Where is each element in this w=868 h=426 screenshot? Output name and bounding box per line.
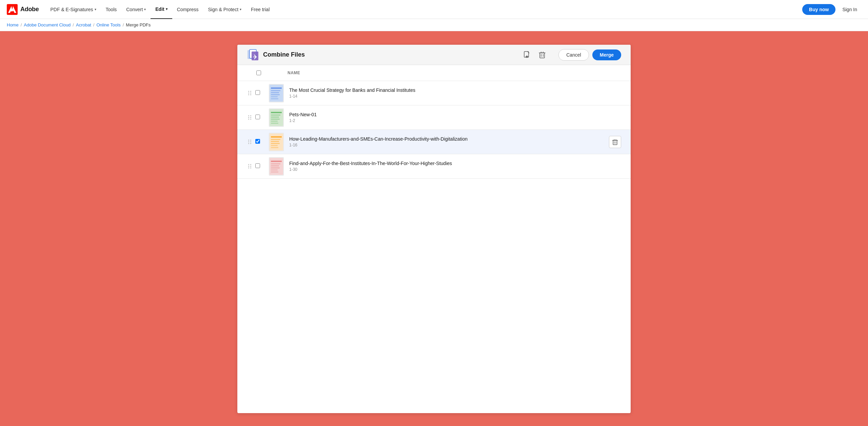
nav-item-convert[interactable]: Convert ▾ — [121, 0, 151, 19]
nav-item-sign-protect[interactable]: Sign & Protect ▾ — [203, 0, 246, 19]
cancel-button[interactable]: Cancel — [558, 49, 589, 61]
row-checkbox[interactable] — [255, 90, 260, 95]
buy-now-button[interactable]: Buy now — [802, 4, 835, 15]
file-list-header: NAME — [237, 65, 631, 81]
file-pages: 1-16 — [289, 143, 609, 147]
svg-rect-34 — [271, 147, 278, 148]
svg-rect-19 — [271, 96, 278, 97]
breadcrumb-sep-1: / — [21, 22, 22, 27]
file-thumbnail — [269, 108, 284, 127]
breadcrumb-acrobat[interactable]: Acrobat — [76, 22, 91, 27]
file-pages: 1-14 — [289, 94, 621, 99]
add-file-icon — [523, 51, 531, 59]
panel-header: Combine Files — [237, 45, 631, 65]
svg-rect-27 — [271, 123, 278, 124]
row-delete-button[interactable] — [609, 136, 621, 148]
combine-panel: Combine Files — [237, 45, 631, 413]
svg-rect-32 — [271, 143, 280, 144]
row-checkbox-container — [255, 163, 265, 169]
nav-item-sign-protect-label: Sign & Protect — [208, 7, 239, 12]
svg-rect-24 — [271, 117, 279, 118]
merge-button[interactable]: Merge — [592, 49, 621, 60]
svg-rect-22 — [271, 112, 282, 113]
file-info: The Most Crucial Strategy for Banks and … — [289, 87, 621, 99]
select-all-checkbox-container — [256, 70, 266, 75]
svg-rect-18 — [271, 94, 280, 95]
svg-rect-26 — [271, 121, 278, 122]
row-checkbox[interactable] — [255, 115, 260, 119]
row-checkbox-container — [255, 90, 265, 96]
nav-item-compress[interactable]: Compress — [172, 0, 203, 19]
trash-icon — [539, 51, 546, 59]
sign-in-button[interactable]: Sign In — [838, 7, 861, 12]
breadcrumb-sep-4: / — [123, 22, 124, 27]
breadcrumb-sep-3: / — [93, 22, 95, 27]
nav-item-pdf-signatures[interactable]: PDF & E-Signatures ▾ — [46, 0, 101, 19]
file-thumbnail — [269, 133, 284, 151]
add-file-button[interactable] — [521, 49, 533, 61]
chevron-down-icon: ▾ — [240, 7, 241, 11]
file-thumbnail — [269, 157, 284, 176]
row-checkbox-container — [255, 139, 265, 145]
svg-rect-46 — [271, 169, 278, 170]
row-checkbox[interactable] — [255, 163, 260, 168]
chevron-down-icon: ▾ — [166, 7, 167, 11]
file-list: The Most Crucial Strategy for Banks and … — [237, 81, 631, 179]
adobe-logo[interactable]: Adobe — [7, 4, 39, 15]
navbar: Adobe PDF & E-Signatures ▾ Tools Convert… — [0, 0, 868, 19]
nav-item-convert-label: Convert — [126, 7, 143, 12]
row-checkbox-container — [255, 115, 265, 121]
chevron-down-icon: ▾ — [144, 7, 146, 11]
file-thumbnail — [269, 84, 284, 102]
file-row: How-Leading-Manufacturers-and-SMEs-Can-I… — [237, 130, 631, 154]
svg-rect-42 — [271, 161, 282, 162]
svg-rect-47 — [271, 171, 278, 173]
drag-handle[interactable] — [247, 114, 253, 121]
file-pages: 1-2 — [289, 118, 621, 123]
svg-rect-17 — [271, 92, 279, 93]
panel-actions: Cancel Merge — [558, 49, 621, 61]
nav-items: PDF & E-Signatures ▾ Tools Convert ▾ Edi… — [46, 0, 801, 19]
breadcrumb-current: Merge PDFs — [126, 22, 151, 27]
nav-item-tools-label: Tools — [106, 7, 117, 12]
nav-item-compress-label: Compress — [177, 7, 199, 12]
svg-rect-31 — [271, 141, 279, 142]
svg-rect-43 — [271, 163, 280, 164]
file-pages: 1-30 — [289, 167, 621, 172]
file-name: Pets-New-01 — [289, 112, 621, 117]
svg-rect-8 — [540, 53, 545, 58]
delete-button[interactable] — [537, 49, 548, 61]
nav-item-edit-label: Edit — [155, 6, 164, 12]
svg-rect-16 — [271, 90, 280, 91]
nav-item-tools[interactable]: Tools — [101, 0, 122, 19]
svg-rect-44 — [271, 165, 279, 166]
select-all-checkbox[interactable] — [256, 70, 261, 75]
main-content: Combine Files — [0, 31, 868, 426]
file-info: Pets-New-01 1-2 — [289, 112, 621, 123]
svg-rect-25 — [271, 119, 280, 120]
adobe-brand-text: Adobe — [20, 6, 39, 13]
breadcrumb-home[interactable]: Home — [7, 22, 19, 27]
file-row: The Most Crucial Strategy for Banks and … — [237, 81, 631, 105]
file-info: How-Leading-Manufacturers-and-SMEs-Can-I… — [289, 136, 609, 147]
drag-handle[interactable] — [247, 89, 253, 97]
chevron-down-icon: ▾ — [95, 7, 96, 11]
file-name: How-Leading-Manufacturers-and-SMEs-Can-I… — [289, 136, 609, 142]
file-info: Find-and-Apply-For-the-Best-Institutes-I… — [289, 161, 621, 172]
svg-rect-30 — [271, 139, 280, 140]
nav-item-free-trial[interactable]: Free trial — [246, 0, 274, 19]
nav-item-edit[interactable]: Edit ▾ — [151, 0, 172, 19]
drag-handle[interactable] — [247, 163, 253, 170]
column-name-header: NAME — [271, 70, 300, 75]
file-row: Find-and-Apply-For-the-Best-Institutes-I… — [237, 154, 631, 179]
breadcrumb-document-cloud[interactable]: Adobe Document Cloud — [24, 22, 71, 27]
svg-rect-23 — [271, 115, 280, 116]
drag-handle[interactable] — [247, 138, 253, 145]
nav-btn-group: Buy now Sign In — [802, 4, 861, 15]
nav-item-pdf-signatures-label: PDF & E-Signatures — [51, 7, 93, 12]
adobe-logo-icon — [7, 4, 18, 15]
row-checkbox[interactable] — [255, 139, 260, 144]
file-row: Pets-New-01 1-2 — [237, 105, 631, 130]
breadcrumb-online-tools[interactable]: Online Tools — [96, 22, 120, 27]
svg-rect-20 — [271, 98, 278, 99]
